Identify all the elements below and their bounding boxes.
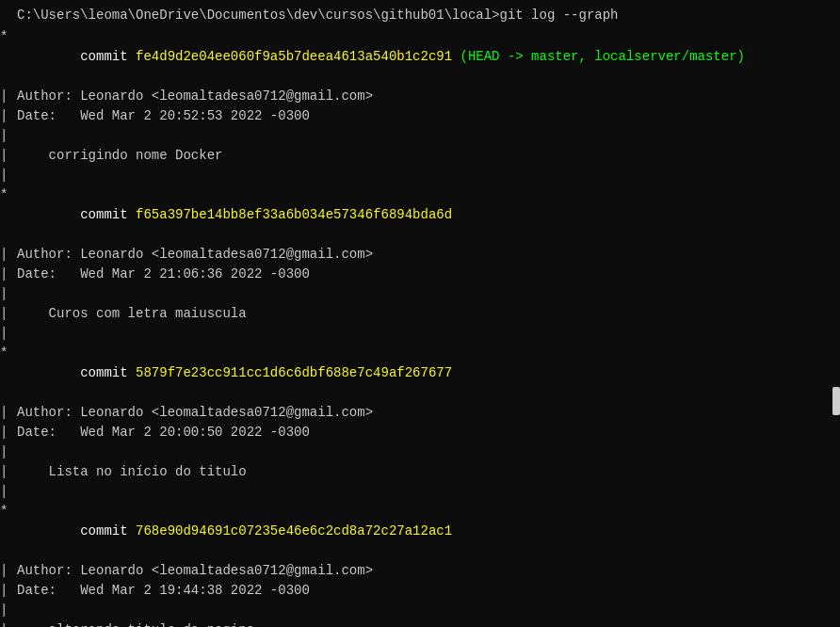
graph-4: * — [0, 502, 17, 522]
message-line-4: | alterando titulo da pagina — [0, 620, 840, 627]
graph-1: * — [0, 27, 17, 47]
blank-line-3b: | — [0, 482, 840, 502]
message-text-3: Lista no início do titulo — [17, 462, 840, 482]
graph-msg-2: | — [0, 304, 17, 324]
commit-block-1: * commit fe4d9d2e04ee060f9a5b7deea4613a5… — [0, 27, 840, 185]
commit-hash-3: commit 5879f7e23cc911cc1d6c6dbf688e7c49a… — [17, 344, 840, 403]
blank-line-2a: | — [0, 284, 840, 304]
blank-line-4a: | — [0, 601, 840, 620]
commit-line-3: * commit 5879f7e23cc911cc1d6c6dbf688e7c4… — [0, 344, 840, 403]
message-line-2: | Curos com letra maiuscula — [0, 304, 840, 324]
graph-2: * — [0, 185, 17, 205]
blank-line-1a: | — [0, 126, 840, 146]
commit-block-2: * commit f65a397be14bb8ef33a6b034e57346f… — [0, 185, 840, 344]
graph-blank-3b: | — [0, 482, 17, 502]
commit-block-4: * commit 768e90d94691c07235e46e6c2cd8a72… — [0, 502, 840, 627]
message-text-2: Curos com letra maiuscula — [17, 304, 840, 324]
graph-blank-2b: | — [0, 324, 17, 344]
graph-date-3: | — [0, 423, 17, 442]
author-text-3: Author: Leonardo <leomaltadesa0712@gmail… — [17, 403, 840, 423]
graph-author-1: | — [0, 87, 17, 106]
commit-block-3: * commit 5879f7e23cc911cc1d6c6dbf688e7c4… — [0, 344, 840, 502]
graph-author-4: | — [0, 561, 17, 581]
graph-date-4: | — [0, 581, 17, 601]
graph-msg-1: | — [0, 146, 17, 166]
author-line-1: | Author: Leonardo <leomaltadesa0712@gma… — [0, 87, 840, 106]
date-line-2: | Date: Wed Mar 2 21:06:36 2022 -0300 — [0, 265, 840, 284]
commit-hash-2: commit f65a397be14bb8ef33a6b034e57346f68… — [17, 185, 840, 245]
commit-line-4: * commit 768e90d94691c07235e46e6c2cd8a72… — [0, 502, 840, 561]
graph-blank-1b: | — [0, 166, 17, 185]
graph-msg-3: | — [0, 462, 17, 482]
date-text-3: Date: Wed Mar 2 20:00:50 2022 -0300 — [17, 423, 840, 442]
blank-line-3a: | — [0, 442, 840, 462]
commit-line-1: * commit fe4d9d2e04ee060f9a5b7deea4613a5… — [0, 27, 840, 87]
date-text-1: Date: Wed Mar 2 20:52:53 2022 -0300 — [17, 106, 840, 126]
graph-blank-3a: | — [0, 442, 17, 462]
graph-date-2: | — [0, 265, 17, 284]
commit-hash-1: commit fe4d9d2e04ee060f9a5b7deea4613a540… — [17, 27, 840, 87]
prompt-text: C:\Users\leoma\OneDrive\Documentos\dev\c… — [17, 6, 840, 25]
blank-line-2b: | — [0, 324, 840, 344]
date-line-1: | Date: Wed Mar 2 20:52:53 2022 -0300 — [0, 106, 840, 126]
graph-blank-1a: | — [0, 126, 17, 146]
author-text-2: Author: Leonardo <leomaltadesa0712@gmail… — [17, 245, 840, 265]
graph-blank-2a: | — [0, 284, 17, 304]
graph-3: * — [0, 344, 17, 363]
date-line-4: | Date: Wed Mar 2 19:44:38 2022 -0300 — [0, 581, 840, 601]
terminal-window: C:\Users\leoma\OneDrive\Documentos\dev\c… — [0, 0, 840, 627]
message-text-4: alterando titulo da pagina — [17, 620, 840, 627]
commit-line-2: * commit f65a397be14bb8ef33a6b034e57346f… — [0, 185, 840, 245]
message-line-3: | Lista no início do titulo — [0, 462, 840, 482]
graph-msg-4: | — [0, 620, 17, 627]
author-line-2: | Author: Leonardo <leomaltadesa0712@gma… — [0, 245, 840, 265]
author-line-4: | Author: Leonardo <leomaltadesa0712@gma… — [0, 561, 840, 581]
date-text-2: Date: Wed Mar 2 21:06:36 2022 -0300 — [17, 265, 840, 284]
prompt-line: C:\Users\leoma\OneDrive\Documentos\dev\c… — [0, 4, 840, 27]
graph-blank-4a: | — [0, 601, 17, 620]
author-line-3: | Author: Leonardo <leomaltadesa0712@gma… — [0, 403, 840, 423]
author-text-1: Author: Leonardo <leomaltadesa0712@gmail… — [17, 87, 840, 106]
graph-date-1: | — [0, 106, 17, 126]
scrollbar[interactable] — [832, 387, 840, 415]
commit-hash-4: commit 768e90d94691c07235e46e6c2cd8a72c2… — [17, 502, 840, 561]
message-line-1: | corrigindo nome Docker — [0, 146, 840, 166]
date-text-4: Date: Wed Mar 2 19:44:38 2022 -0300 — [17, 581, 840, 601]
graph-author-2: | — [0, 245, 17, 265]
graph-author-3: | — [0, 403, 17, 423]
author-text-4: Author: Leonardo <leomaltadesa0712@gmail… — [17, 561, 840, 581]
date-line-3: | Date: Wed Mar 2 20:00:50 2022 -0300 — [0, 423, 840, 442]
message-text-1: corrigindo nome Docker — [17, 146, 840, 166]
blank-line-1b: | — [0, 166, 840, 185]
